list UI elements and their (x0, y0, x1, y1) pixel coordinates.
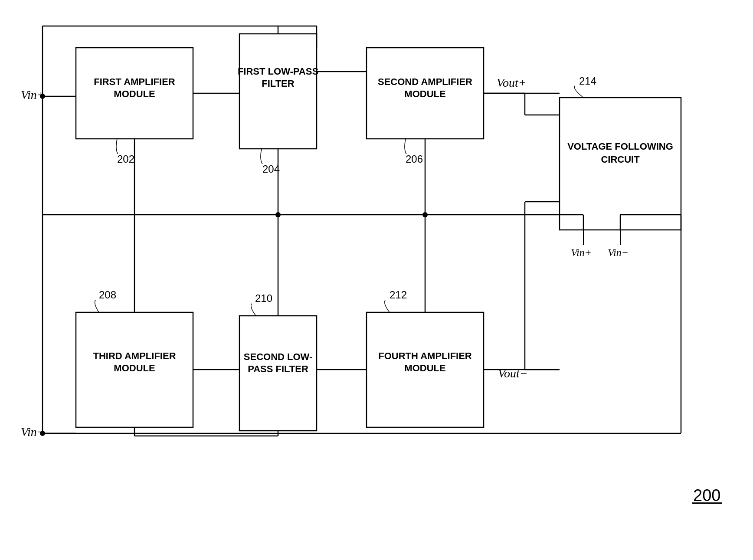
lpf1-block (239, 34, 317, 149)
ref-202-label: 202 (117, 153, 134, 165)
lpf2-text1: SECOND LOW- (244, 351, 312, 362)
ref-206-label: 206 (406, 153, 423, 165)
vout-minus-label: Vout− (498, 367, 528, 380)
fourth-amp-text2: MODULE (404, 363, 445, 373)
lpf1-text1: FIRST LOW-PASS (238, 66, 318, 77)
vfc-vin-minus-label: Vin− (608, 247, 629, 258)
ref-212-label: 212 (390, 289, 407, 301)
ref-204-label: 204 (262, 163, 280, 175)
lpf1-text2: FILTER (262, 78, 294, 89)
ref-200-label: 200 (693, 486, 720, 504)
vfc-text1: VOLTAGE FOLLOWING (567, 141, 673, 152)
lpf2-text2: PASS FILTER (248, 364, 308, 374)
third-amp-text1: THIRD AMPLIFIER (93, 350, 176, 361)
ref-214-label: 214 (579, 75, 596, 87)
vout-plus-label: Vout+ (497, 76, 527, 89)
first-amp-text1: FIRST AMPLIFIER (94, 76, 175, 87)
vfc-vin-plus-label: Vin+ (571, 247, 592, 258)
vfc-text2: CIRCUIT (601, 154, 640, 165)
fourth-amp-text1: FOURTH AMPLIFIER (378, 350, 472, 361)
ref-210-label: 210 (255, 292, 272, 304)
ref-208-label: 208 (99, 289, 116, 301)
second-amp-text2: MODULE (404, 88, 445, 99)
third-amp-text2: MODULE (114, 363, 155, 373)
second-amp-text1: SECOND AMPLIFIER (378, 76, 472, 87)
first-amp-text2: MODULE (114, 88, 155, 99)
